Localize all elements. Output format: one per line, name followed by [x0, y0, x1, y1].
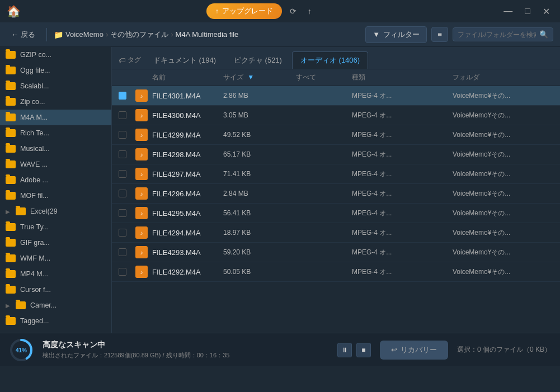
- tabs-bar: 🏷 タグ ドキュメント (194) ピクチャ (521) オーディオ (1406…: [112, 47, 560, 69]
- cell-type: MPEG-4 オ...: [352, 130, 453, 140]
- close-button[interactable]: ✕: [539, 5, 553, 18]
- row-checkbox[interactable]: [119, 131, 126, 139]
- cloud-button[interactable]: ↑: [304, 6, 315, 17]
- header-all[interactable]: すべて: [296, 73, 352, 82]
- sidebar-item-6[interactable]: Musical...: [0, 141, 111, 157]
- search-input[interactable]: [458, 31, 536, 39]
- sidebar-item-14[interactable]: MP4 M...: [0, 266, 111, 282]
- sidebar-item-15[interactable]: Cursor f...: [0, 282, 111, 297]
- title-bar: 🏠 ↑ アップグレード ⟳ ↑ — □ ✕: [0, 0, 560, 22]
- sidebar-item-4[interactable]: M4A M...: [0, 110, 111, 125]
- row-checkbox[interactable]: [119, 190, 126, 197]
- breadcrumb-item-3[interactable]: M4A Multimedia file: [176, 30, 239, 39]
- sidebar-item-17[interactable]: Tagged...: [0, 313, 111, 329]
- header-folder[interactable]: フォルダ: [453, 73, 553, 82]
- header-size[interactable]: サイズ ▼: [223, 73, 296, 82]
- pause-button[interactable]: ⏸: [337, 343, 352, 357]
- cell-type: MPEG-4 オ...: [352, 150, 453, 159]
- row-checkbox[interactable]: [119, 268, 126, 276]
- folder-icon: [6, 286, 16, 294]
- title-bar-center: ↑ アップグレード ⟳ ↑: [206, 3, 315, 19]
- filter-button[interactable]: ▼ フィルター: [365, 26, 427, 43]
- sidebar-item-0[interactable]: GZIP co...: [0, 47, 111, 63]
- table-row[interactable]: ♪FILE4301.M4A2.86 MBMPEG-4 オ...VoiceMemo…: [112, 86, 560, 106]
- sidebar-item-16[interactable]: ▶Camer...: [0, 297, 111, 313]
- search-icon[interactable]: 🔍: [539, 30, 548, 39]
- title-bar-left: 🏠: [7, 4, 21, 18]
- sidebar-item-label: GIF gra...: [20, 239, 50, 247]
- breadcrumb-item-1[interactable]: VoiceMemo: [65, 30, 103, 39]
- cell-type: MPEG-4 オ...: [352, 91, 453, 101]
- row-checkbox[interactable]: [119, 170, 126, 178]
- table-row[interactable]: ♪FILE4300.M4A3.05 MBMPEG-4 オ...VoiceMemo…: [112, 106, 560, 125]
- cell-folder: VoiceMemo¥その...: [453, 169, 553, 179]
- sidebar-item-12[interactable]: GIF gra...: [0, 235, 111, 251]
- cell-filename: FILE4293.M4A: [152, 248, 223, 257]
- breadcrumb-item-2[interactable]: その他のファイル: [110, 30, 168, 40]
- sidebar-item-11[interactable]: True Ty...: [0, 219, 111, 235]
- folder-icon-breadcrumb: 📁: [54, 30, 63, 39]
- table-row[interactable]: ♪FILE4297.M4A71.41 KBMPEG-4 オ...VoiceMem…: [112, 164, 560, 184]
- sidebar-item-2[interactable]: Scalabl...: [0, 78, 111, 94]
- upgrade-button[interactable]: ↑ アップグレード: [206, 3, 282, 19]
- table-row[interactable]: ♪FILE4296.M4A2.84 MBMPEG-4 オ...VoiceMemo…: [112, 184, 560, 204]
- sidebar-item-1[interactable]: Ogg file...: [0, 63, 111, 78]
- folder-icon: [16, 207, 26, 215]
- back-button[interactable]: ← 戻る: [7, 27, 40, 42]
- minimize-button[interactable]: —: [500, 5, 516, 17]
- table-body: ♪FILE4301.M4A2.86 MBMPEG-4 オ...VoiceMemo…: [112, 86, 560, 333]
- cell-folder: VoiceMemo¥その...: [453, 91, 553, 101]
- sidebar-item-9[interactable]: MOF fil...: [0, 188, 111, 204]
- cell-size: 59.20 KB: [223, 248, 296, 256]
- sidebar-item-5[interactable]: Rich Te...: [0, 125, 111, 141]
- table-row[interactable]: ♪FILE4293.M4A59.20 KBMPEG-4 オ...VoiceMem…: [112, 243, 560, 262]
- folder-icon: [6, 254, 16, 262]
- tag-label: 🏷 タグ: [119, 55, 141, 65]
- sidebar-item-3[interactable]: Zip co...: [0, 94, 111, 110]
- sidebar-item-8[interactable]: Adobe ...: [0, 172, 111, 188]
- recovery-button[interactable]: ↩ リカバリー: [380, 341, 448, 360]
- tab-document[interactable]: ドキュメント (194): [145, 52, 224, 69]
- row-checkbox[interactable]: [119, 150, 126, 158]
- restore-button[interactable]: □: [521, 5, 534, 17]
- header-type[interactable]: 種類: [352, 73, 453, 82]
- row-checkbox[interactable]: [119, 229, 126, 237]
- recovery-icon: ↩: [391, 346, 397, 354]
- selection-info: 選択：0 個のファイル（0 KB）: [457, 345, 551, 355]
- tab-audio[interactable]: オーディオ (1406): [292, 51, 368, 69]
- table-row[interactable]: ♪FILE4298.M4A65.17 KBMPEG-4 オ...VoiceMem…: [112, 145, 560, 164]
- folder-icon: [6, 114, 16, 121]
- content-area: 🏷 タグ ドキュメント (194) ピクチャ (521) オーディオ (1406…: [112, 47, 560, 333]
- tab-picture[interactable]: ピクチャ (521): [226, 52, 290, 69]
- table-row[interactable]: ♪FILE4295.M4A56.41 KBMPEG-4 オ...VoiceMem…: [112, 204, 560, 223]
- stop-button[interactable]: ■: [356, 343, 371, 357]
- back-arrow-icon: ←: [11, 30, 18, 39]
- table-row[interactable]: ♪FILE4292.M4A50.05 KBMPEG-4 オ...VoiceMem…: [112, 262, 560, 282]
- breadcrumb: 📁 VoiceMemo › その他のファイル › M4A Multimedia …: [54, 30, 238, 40]
- sidebar-item-13[interactable]: WMF M...: [0, 251, 111, 266]
- row-checkbox[interactable]: [119, 248, 126, 256]
- nav-bar: ← 戻る 📁 VoiceMemo › その他のファイル › M4A Multim…: [0, 22, 560, 47]
- cell-folder: VoiceMemo¥その...: [453, 189, 553, 199]
- sidebar-item-10[interactable]: ▶Excel(29: [0, 204, 111, 219]
- recovery-label: リカバリー: [401, 345, 437, 355]
- table-row[interactable]: ♪FILE4294.M4A18.97 KBMPEG-4 オ...VoiceMem…: [112, 223, 560, 243]
- folder-icon: [6, 51, 16, 59]
- home-icon[interactable]: 🏠: [7, 4, 21, 18]
- share-button[interactable]: ⟳: [286, 6, 300, 17]
- menu-button[interactable]: ≡: [431, 27, 448, 42]
- sidebar-item-7[interactable]: WAVE ...: [0, 157, 111, 172]
- tag-text: タグ: [128, 55, 141, 65]
- sidebar: GZIP co...Ogg file...Scalabl...Zip co...…: [0, 47, 112, 333]
- table-row[interactable]: ♪FILE4299.M4A49.52 KBMPEG-4 オ...VoiceMem…: [112, 125, 560, 145]
- folder-icon: [6, 192, 16, 200]
- header-name[interactable]: 名前: [152, 73, 223, 82]
- file-icon: ♪: [135, 129, 148, 141]
- sidebar-item-label: Rich Te...: [20, 129, 49, 137]
- back-label: 戻る: [21, 30, 35, 40]
- row-checkbox[interactable]: [119, 111, 126, 119]
- row-checkbox[interactable]: [119, 92, 126, 100]
- row-checkbox[interactable]: [119, 209, 126, 217]
- cell-size: 2.84 MB: [223, 190, 296, 197]
- cell-filename: FILE4294.M4A: [152, 229, 223, 237]
